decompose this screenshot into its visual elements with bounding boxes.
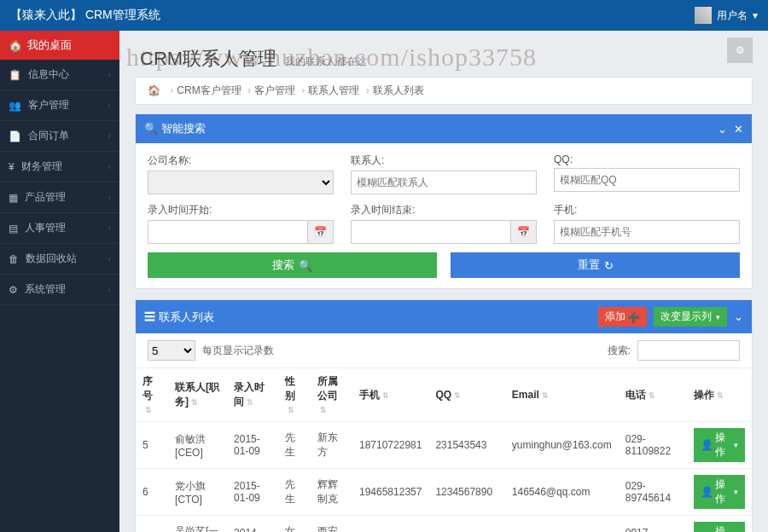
menu-icon: 👥 — [9, 100, 21, 112]
col-header[interactable]: 联系人[职务]⇅ — [168, 368, 227, 422]
sidebar: 🏠 我的桌面 📋信息中心‹👥客户管理‹📄合同订单‹¥财务管理‹▦产品管理‹▤人事… — [0, 31, 119, 532]
add-button[interactable]: 添加 ➕ — [598, 307, 647, 327]
sort-icon: ⇅ — [542, 391, 549, 400]
sidebar-item-7[interactable]: ⚙系统管理‹ — [0, 275, 119, 305]
avatar — [695, 7, 712, 24]
search-button[interactable]: 搜索 🔍 — [148, 252, 437, 278]
search-icon: 🔍 — [299, 259, 312, 272]
company-select[interactable] — [148, 171, 334, 194]
table-row: 2 吴尚艺[一面] 2014-09-13 女士 西安欧畅 18700766273… — [136, 516, 752, 533]
sidebar-item-label: 合同订单 — [28, 129, 69, 143]
chevron-right-icon: ‹ — [108, 285, 111, 294]
sort-icon: ⇅ — [649, 391, 655, 400]
search-panel-title: 智能搜索 — [161, 122, 206, 135]
col-header[interactable]: 序号⇅ — [136, 368, 168, 422]
start-input[interactable] — [148, 220, 308, 244]
page-header: CRM联系人管理 我的联系人都在这 — [135, 39, 753, 77]
crumb-0[interactable]: CRM客户管理 — [177, 84, 241, 96]
chevron-right-icon: ‹ — [108, 162, 111, 171]
sidebar-dashboard[interactable]: 🏠 我的桌面 — [0, 31, 119, 60]
list-panel: ☰ 联系人列表 添加 ➕ 改变显示列 ⌄ 5 每页显示记录数 搜索: 序号⇅联 — [135, 299, 753, 532]
crumb-1[interactable]: 客户管理 — [254, 84, 295, 96]
sort-icon: ⇅ — [717, 391, 724, 400]
reset-button[interactable]: 重置 ↻ — [451, 252, 740, 278]
col-header[interactable]: 电话⇅ — [619, 368, 687, 422]
page-title: CRM联系人管理 — [140, 46, 276, 72]
sidebar-item-label: 系统管理 — [25, 282, 66, 297]
end-input[interactable] — [351, 220, 511, 244]
search-panel: 🔍 智能搜索 ⌄ ✕ 公司名称: 联系人: QQ: 录入时间开始:📅 录入时间结… — [135, 113, 753, 289]
col-header[interactable]: Email⇅ — [505, 368, 619, 422]
chevron-right-icon: ‹ — [108, 223, 111, 233]
chevron-right-icon: ‹ — [108, 70, 111, 79]
sidebar-item-label: 人事管理 — [25, 221, 66, 235]
calendar-icon[interactable]: 📅 — [511, 220, 537, 244]
mobile-label: 手机: — [554, 203, 740, 217]
home-icon: 🏠 — [9, 39, 22, 52]
search-icon: 🔍 — [144, 122, 158, 135]
refresh-icon: ↻ — [604, 259, 614, 272]
collapse-icon[interactable]: ⌄ — [718, 123, 727, 136]
topbar: 【猿来入此】 CRM管理系统 用户名 ▾ — [0, 0, 768, 31]
sidebar-item-label: 产品管理 — [25, 190, 66, 205]
sidebar-item-6[interactable]: 🗑数据回收站‹ — [0, 244, 119, 275]
sort-icon: ⇅ — [320, 406, 327, 414]
settings-button[interactable]: ⚙ — [727, 38, 753, 63]
user-name: 用户名 — [717, 9, 748, 23]
list-search-label: 搜索: — [608, 344, 631, 358]
home-icon: 🏠 — [148, 84, 160, 96]
menu-icon: ⚙ — [9, 284, 18, 296]
sort-icon: ⇅ — [145, 406, 152, 414]
pagesize-select[interactable]: 5 — [148, 340, 195, 361]
collapse-icon[interactable]: ⌄ — [734, 310, 743, 323]
sort-icon: ⇅ — [454, 391, 461, 400]
contact-label: 联系人: — [351, 153, 537, 168]
table-row: 6 党小旗[CTO] 2015-01-09 先生 辉辉制克 1946581235… — [136, 469, 752, 516]
col-header[interactable]: 性别⇅ — [278, 368, 311, 422]
calendar-icon[interactable]: 📅 — [308, 220, 334, 244]
sidebar-item-0[interactable]: 📋信息中心‹ — [0, 60, 119, 90]
mobile-input[interactable] — [554, 220, 740, 244]
page-subtitle: 我的联系人都在这 — [285, 55, 367, 69]
sidebar-dashboard-label: 我的桌面 — [27, 38, 72, 53]
close-icon[interactable]: ✕ — [734, 123, 743, 136]
menu-icon: ¥ — [9, 161, 15, 173]
sort-icon: ⇅ — [247, 398, 253, 407]
chevron-right-icon: ‹ — [108, 101, 111, 110]
app-title: 【猿来入此】 CRM管理系统 — [10, 8, 160, 23]
row-action-button[interactable]: 👤操作 — [694, 522, 745, 532]
list-panel-title: 联系人列表 — [159, 310, 214, 323]
columns-button[interactable]: 改变显示列 — [654, 307, 727, 327]
row-action-button[interactable]: 👤操作 — [694, 475, 745, 509]
table-row: 5 俞敏洪[CEO] 2015-01-09 先生 新东方 18710722981… — [136, 422, 752, 469]
sort-icon: ⇅ — [191, 398, 198, 407]
qq-input[interactable] — [554, 168, 740, 192]
list-toolbar: 5 每页显示记录数 搜索: — [136, 333, 752, 368]
sidebar-item-3[interactable]: ¥财务管理‹ — [0, 152, 119, 182]
crumb-3[interactable]: 联系人列表 — [373, 84, 424, 96]
col-header[interactable]: QQ⇅ — [428, 368, 504, 422]
chevron-right-icon: ‹ — [108, 131, 111, 141]
sidebar-item-4[interactable]: ▦产品管理‹ — [0, 182, 119, 213]
chevron-down-icon: ▾ — [753, 9, 758, 21]
sort-icon: ⇅ — [288, 406, 294, 414]
sidebar-item-5[interactable]: ▤人事管理‹ — [0, 213, 119, 244]
sidebar-item-2[interactable]: 📄合同订单‹ — [0, 121, 119, 152]
contact-input[interactable] — [351, 171, 537, 194]
list-search-input[interactable] — [637, 340, 740, 361]
row-action-button[interactable]: 👤操作 — [694, 428, 745, 462]
col-header[interactable]: 录入时间⇅ — [227, 368, 278, 422]
sidebar-item-1[interactable]: 👥客户管理‹ — [0, 90, 119, 121]
breadcrumb: 🏠 ›CRM客户管理 ›客户管理 ›联系人管理 ›联系人列表 — [135, 77, 753, 105]
gear-icon: ⚙ — [736, 44, 745, 56]
crumb-2[interactable]: 联系人管理 — [308, 84, 359, 96]
col-header[interactable]: 手机⇅ — [352, 368, 428, 422]
company-label: 公司名称: — [148, 153, 334, 168]
menu-icon: 📋 — [9, 69, 21, 81]
col-header[interactable]: 所属公司⇅ — [311, 368, 352, 422]
list-panel-head: ☰ 联系人列表 添加 ➕ 改变显示列 ⌄ — [136, 300, 752, 333]
menu-icon: 📄 — [9, 130, 21, 142]
sidebar-item-label: 数据回收站 — [26, 252, 77, 266]
col-header[interactable]: 操作⇅ — [687, 368, 752, 422]
user-menu[interactable]: 用户名 ▾ — [695, 7, 758, 24]
